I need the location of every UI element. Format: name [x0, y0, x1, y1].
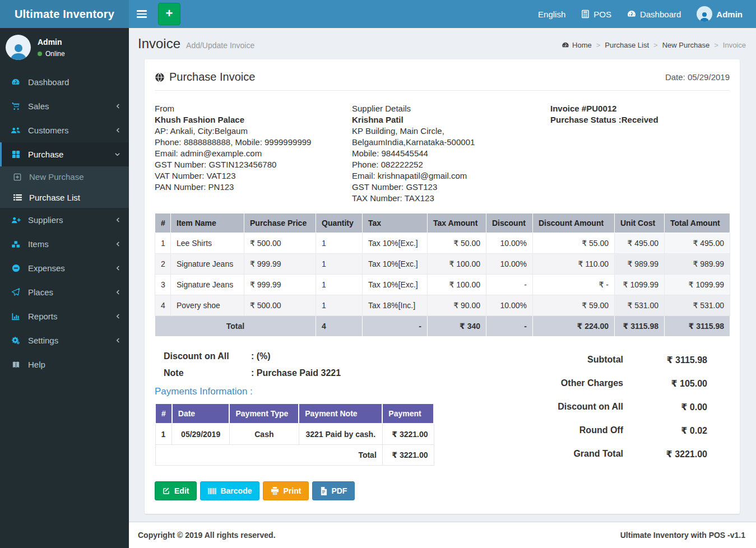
chevron-left-icon	[115, 103, 120, 109]
item-total-amount: ₹ 1099.99	[665, 275, 730, 295]
edit-button[interactable]: Edit	[155, 481, 197, 500]
language-menu[interactable]: English	[530, 0, 573, 28]
sidebar-item-expenses[interactable]: Expenses	[0, 256, 129, 280]
payments-header-cell: Date	[172, 403, 230, 424]
from-line: Email: admin@example.com	[155, 148, 341, 159]
sidebar-item-customers[interactable]: Customers	[0, 118, 129, 142]
from-line: Phone: 8888888888, Mobile: 9999999999	[155, 137, 341, 148]
breadcrumb-purchase-list[interactable]: Purchase List	[605, 41, 649, 49]
item-tax: Tax 10%[Exc.]	[363, 275, 428, 295]
from-block: From Khush Fashion Palace AP: Ankali, Ci…	[155, 103, 352, 204]
total-tax-amount: ₹ 340	[428, 316, 486, 337]
dashboard-label: Dashboard	[640, 10, 681, 19]
book-icon	[10, 361, 21, 369]
summary-row: Other Charges ₹ 105.00	[510, 378, 707, 389]
supplier-line: Phone: 082222252	[352, 159, 534, 170]
chevron-left-icon	[115, 313, 120, 319]
sidebar-user-status[interactable]: Online	[38, 50, 65, 58]
brand-logo[interactable]: Ultimate Inventory	[0, 0, 129, 28]
footer-copyright: Copyright © 2019 All rights reserved.	[138, 531, 276, 540]
online-status-label: Online	[45, 50, 65, 58]
items-header-cell: Tax	[363, 213, 428, 233]
breadcrumb-invoice: Invoice	[723, 41, 746, 49]
sidebar-item-reports[interactable]: Reports	[0, 304, 129, 328]
dashboard-link[interactable]: Dashboard	[619, 0, 689, 28]
sidebar-item-label: Purchase List	[29, 193, 80, 202]
hamburger-icon	[137, 10, 147, 18]
item-discount: 10.00%	[486, 254, 533, 275]
top-navbar: Ultimate Inventory + English POS	[0, 0, 756, 28]
sidebar-item-purchase-list[interactable]: Purchase List	[0, 187, 129, 208]
note-value: : Purchase Paid 3221	[251, 368, 341, 378]
barcode-button[interactable]: Barcode	[200, 481, 259, 500]
sidebar-item-items[interactable]: Items	[0, 232, 129, 256]
item-row: 1 Lee Shirts ₹ 500.00 1 Tax 10%[Exc.] ₹ …	[155, 233, 730, 254]
payments-table-foot: Total ₹ 3221.00	[155, 445, 434, 466]
sidebar-toggle-button[interactable]	[129, 0, 155, 28]
breadcrumb: Home > Purchase List > New Purchase > In…	[562, 39, 746, 49]
user-name-label: Admin	[716, 10, 743, 19]
summary-row: Round Off ₹ 0.02	[510, 425, 707, 436]
payments-header-cell: #	[155, 403, 172, 424]
sidebar-user-info: Admin Online	[38, 38, 65, 58]
payments-table: #DatePayment TypePayment NotePayment 1 0…	[155, 403, 434, 466]
item-unit-cost: ₹ 531.00	[615, 295, 665, 316]
sidebar-item-sales[interactable]: Sales	[0, 94, 129, 118]
sidebar-item-label: Customers	[28, 126, 69, 135]
dashboard-icon	[627, 10, 636, 18]
invoice-lower-section: Discount on All : (%) Note : Purchase Pa…	[155, 351, 730, 472]
quick-add-button[interactable]: +	[158, 3, 180, 25]
breadcrumb-separator: >	[714, 41, 718, 49]
sidebar-item-help[interactable]: Help	[0, 352, 129, 377]
breadcrumb-new-purchase[interactable]: New Purchase	[662, 41, 710, 49]
sidebar-item-purchase[interactable]: Purchase	[0, 142, 129, 166]
total-unit-cost: ₹ 3115.98	[615, 316, 665, 337]
items-table-foot: Total 4 - ₹ 340 - ₹ 224.00 ₹ 3115.98 ₹ 3…	[155, 316, 730, 337]
sidebar-item-settings[interactable]: Settings	[0, 328, 129, 352]
user-menu[interactable]: Admin	[689, 0, 750, 28]
payments-table-body: 1 05/29/2019 Cash 3221 Paid by cash. ₹ 3…	[155, 424, 434, 445]
summary-label: Other Charges	[510, 378, 623, 389]
summary-value: ₹ 0.02	[623, 425, 707, 436]
item-name: Signature Jeans	[171, 275, 244, 295]
print-button[interactable]: Print	[263, 481, 309, 500]
globe-icon	[155, 72, 165, 82]
pos-link[interactable]: POS	[573, 0, 619, 28]
users-icon	[10, 127, 21, 134]
item-tax: Tax 18%[Inc.]	[363, 295, 428, 316]
chevron-left-icon	[115, 217, 120, 223]
invoice-meta-block: Invoice #PU0012 Purchase Status :Receive…	[550, 103, 730, 204]
item-unit-cost: ₹ 495.00	[615, 233, 665, 254]
breadcrumb-label: Home	[572, 41, 592, 49]
item-quantity: 1	[316, 254, 363, 275]
language-label: English	[538, 10, 565, 19]
sidebar-item-label: Sales	[28, 101, 49, 111]
sidebar-user-panel: Admin Online	[0, 28, 129, 68]
sidebar-user-name: Admin	[38, 38, 65, 47]
note-row: Note : Purchase Paid 3221	[155, 368, 444, 378]
sidebar-item-new-purchase[interactable]: New Purchase	[0, 166, 129, 187]
sidebar-item-label: Purchase	[28, 150, 63, 159]
items-header-cell: Unit Cost	[615, 213, 665, 233]
chevron-down-icon	[114, 152, 120, 157]
user-avatar-icon	[697, 6, 712, 22]
sidebar-item-places[interactable]: Places	[0, 280, 129, 304]
sidebar-avatar	[6, 35, 31, 60]
invoice-title-text: Purchase Invoice	[169, 71, 255, 83]
sidebar-item-suppliers[interactable]: Suppliers	[0, 208, 129, 232]
payments-header-cell: Payment Note	[299, 403, 382, 424]
breadcrumb-home[interactable]: Home	[562, 41, 592, 49]
items-header-cell: Discount Amount	[533, 213, 615, 233]
edit-button-label: Edit	[174, 486, 189, 495]
supplier-name: Krishna Patil	[352, 114, 534, 126]
sidebar-item-dashboard[interactable]: Dashboard	[0, 70, 129, 94]
list-icon	[12, 194, 22, 201]
total-discount: -	[486, 316, 533, 337]
footer-version: Ultimate Inventory with POS -v1.1	[620, 531, 745, 540]
discount-on-all-value: : (%)	[251, 351, 271, 361]
pdf-button[interactable]: PDF	[312, 481, 355, 500]
breadcrumb-separator: >	[653, 41, 658, 49]
note-label: Note	[164, 368, 251, 378]
summary-row: Grand Total ₹ 3221.00	[510, 449, 707, 459]
item-index: 4	[155, 295, 171, 316]
